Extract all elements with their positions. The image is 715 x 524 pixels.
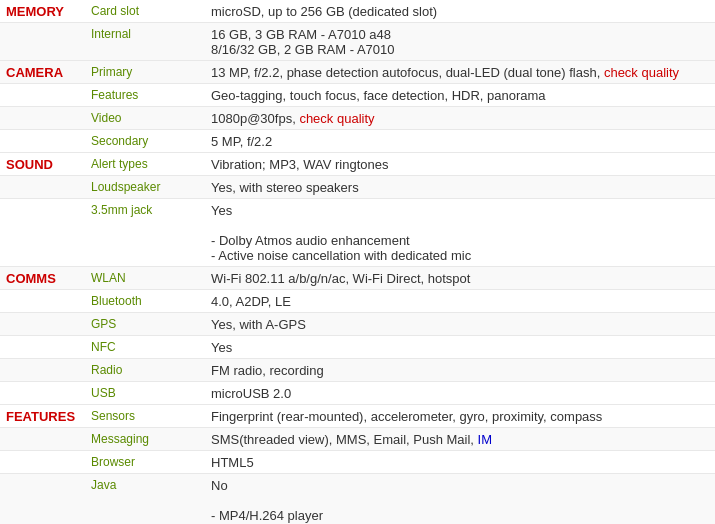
table-row: JavaNo- MP4/H.264 player- MP3/WAV/eAAC+/… bbox=[0, 474, 715, 525]
inline-link[interactable]: check quality bbox=[604, 65, 679, 80]
section-label-sound bbox=[0, 199, 85, 267]
specs-table: MEMORYCard slotmicroSD, up to 256 GB (de… bbox=[0, 0, 715, 524]
field-value: Vibration; MP3, WAV ringtones bbox=[205, 153, 715, 176]
section-label-comms bbox=[0, 336, 85, 359]
field-label: Video bbox=[85, 107, 205, 130]
section-label-sound: SOUND bbox=[0, 153, 85, 176]
field-value: HTML5 bbox=[205, 451, 715, 474]
table-row: FEATURESSensorsFingerprint (rear-mounted… bbox=[0, 405, 715, 428]
table-row: CAMERAPrimary13 MP, f/2.2, phase detecti… bbox=[0, 61, 715, 84]
section-label-comms bbox=[0, 382, 85, 405]
field-value: No- MP4/H.264 player- MP3/WAV/eAAC+/FLAC… bbox=[205, 474, 715, 525]
table-row: Secondary5 MP, f/2.2 bbox=[0, 130, 715, 153]
field-label: Browser bbox=[85, 451, 205, 474]
table-row: SOUNDAlert typesVibration; MP3, WAV ring… bbox=[0, 153, 715, 176]
section-label-sound bbox=[0, 176, 85, 199]
table-row: 3.5mm jackYes- Dolby Atmos audio enhance… bbox=[0, 199, 715, 267]
table-row: USBmicroUSB 2.0 bbox=[0, 382, 715, 405]
table-row: Internal16 GB, 3 GB RAM - A7010 a488/16/… bbox=[0, 23, 715, 61]
field-value: Yes- Dolby Atmos audio enhancement- Acti… bbox=[205, 199, 715, 267]
field-value: Yes bbox=[205, 336, 715, 359]
section-label-camera bbox=[0, 107, 85, 130]
inline-link[interactable]: check quality bbox=[299, 111, 374, 126]
field-label: Java bbox=[85, 474, 205, 525]
field-value: Fingerprint (rear-mounted), acceleromete… bbox=[205, 405, 715, 428]
field-value: microUSB 2.0 bbox=[205, 382, 715, 405]
field-value: microSD, up to 256 GB (dedicated slot) bbox=[205, 0, 715, 23]
field-value: Yes, with stereo speakers bbox=[205, 176, 715, 199]
section-label-memory bbox=[0, 23, 85, 61]
field-label: Sensors bbox=[85, 405, 205, 428]
section-label-features: FEATURES bbox=[0, 405, 85, 428]
section-label-camera bbox=[0, 130, 85, 153]
section-label-comms bbox=[0, 290, 85, 313]
table-row: MEMORYCard slotmicroSD, up to 256 GB (de… bbox=[0, 0, 715, 23]
inline-link[interactable]: IM bbox=[478, 432, 492, 447]
field-value: 4.0, A2DP, LE bbox=[205, 290, 715, 313]
field-label: Card slot bbox=[85, 0, 205, 23]
table-row: COMMSWLANWi-Fi 802.11 a/b/g/n/ac, Wi-Fi … bbox=[0, 267, 715, 290]
field-label: Internal bbox=[85, 23, 205, 61]
table-row: LoudspeakerYes, with stereo speakers bbox=[0, 176, 715, 199]
field-label: Bluetooth bbox=[85, 290, 205, 313]
field-label: Messaging bbox=[85, 428, 205, 451]
section-label-comms bbox=[0, 313, 85, 336]
section-label-camera bbox=[0, 84, 85, 107]
table-row: Bluetooth4.0, A2DP, LE bbox=[0, 290, 715, 313]
table-row: NFCYes bbox=[0, 336, 715, 359]
table-row: GPSYes, with A-GPS bbox=[0, 313, 715, 336]
field-label: Secondary bbox=[85, 130, 205, 153]
section-label-comms: COMMS bbox=[0, 267, 85, 290]
field-value: 1080p@30fps, check quality bbox=[205, 107, 715, 130]
section-label-features bbox=[0, 428, 85, 451]
section-label-features bbox=[0, 474, 85, 525]
table-row: BrowserHTML5 bbox=[0, 451, 715, 474]
field-label: 3.5mm jack bbox=[85, 199, 205, 267]
field-value: Yes, with A-GPS bbox=[205, 313, 715, 336]
field-value: 13 MP, f/2.2, phase detection autofocus,… bbox=[205, 61, 715, 84]
field-label: Loudspeaker bbox=[85, 176, 205, 199]
field-value: FM radio, recording bbox=[205, 359, 715, 382]
field-value: Geo-tagging, touch focus, face detection… bbox=[205, 84, 715, 107]
table-row: FeaturesGeo-tagging, touch focus, face d… bbox=[0, 84, 715, 107]
field-label: USB bbox=[85, 382, 205, 405]
field-label: Alert types bbox=[85, 153, 205, 176]
section-label-features bbox=[0, 451, 85, 474]
section-label-comms bbox=[0, 359, 85, 382]
section-label-camera: CAMERA bbox=[0, 61, 85, 84]
field-value: SMS(threaded view), MMS, Email, Push Mai… bbox=[205, 428, 715, 451]
field-label: WLAN bbox=[85, 267, 205, 290]
table-row: MessagingSMS(threaded view), MMS, Email,… bbox=[0, 428, 715, 451]
field-label: Features bbox=[85, 84, 205, 107]
section-label-memory: MEMORY bbox=[0, 0, 85, 23]
field-label: GPS bbox=[85, 313, 205, 336]
table-row: Video1080p@30fps, check quality bbox=[0, 107, 715, 130]
field-label: Radio bbox=[85, 359, 205, 382]
field-label: Primary bbox=[85, 61, 205, 84]
field-value: 16 GB, 3 GB RAM - A7010 a488/16/32 GB, 2… bbox=[205, 23, 715, 61]
table-row: RadioFM radio, recording bbox=[0, 359, 715, 382]
field-value: 5 MP, f/2.2 bbox=[205, 130, 715, 153]
field-value: Wi-Fi 802.11 a/b/g/n/ac, Wi-Fi Direct, h… bbox=[205, 267, 715, 290]
field-label: NFC bbox=[85, 336, 205, 359]
